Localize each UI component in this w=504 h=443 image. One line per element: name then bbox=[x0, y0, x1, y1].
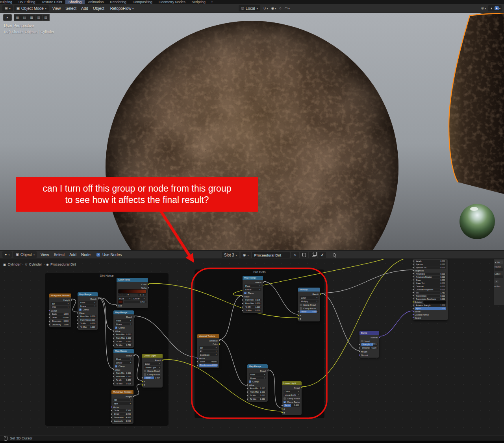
map-range-5-node[interactable]: Map RangeResultFloat▾Linear▾✓ClampValueF… bbox=[247, 364, 268, 402]
dropdown-linear[interactable]: Linear▾ bbox=[115, 361, 132, 364]
editor-type-button[interactable]: ● ▾ bbox=[2, 251, 12, 258]
tab-sculpting[interactable]: Sculpting bbox=[0, 0, 15, 4]
editor-type-button[interactable]: ⊞ ▾ bbox=[2, 5, 13, 11]
slider-to-max[interactable]: To Max0.000 bbox=[244, 309, 261, 312]
transform-orientation-select[interactable]: ◎ Local ▾ bbox=[239, 5, 260, 11]
socket-icon[interactable] bbox=[412, 304, 414, 306]
snap-target-select[interactable]: ◉ ▾ bbox=[271, 6, 276, 10]
dropdown-color[interactable]: Color▾ bbox=[144, 362, 161, 365]
slider-scale[interactable]: Scale1.000 bbox=[51, 313, 70, 316]
node-header[interactable]: Map Range bbox=[113, 349, 134, 353]
socket-icon[interactable] bbox=[48, 320, 50, 322]
dropdown-rgb[interactable]: RGB▾ bbox=[118, 297, 132, 300]
dropdown-3d[interactable]: 3D▾ bbox=[51, 302, 70, 305]
dropdown-3d[interactable]: 3D▾ bbox=[199, 346, 218, 349]
socket-icon[interactable] bbox=[301, 387, 303, 389]
material-browse-select[interactable]: ◉ ▾ bbox=[241, 252, 251, 258]
socket-icon[interactable] bbox=[77, 319, 79, 321]
dropdown-float[interactable]: Float▾ bbox=[249, 373, 266, 376]
dropdown-color[interactable]: Color▾ bbox=[300, 296, 319, 299]
tab-texture-paint[interactable]: Texture Paint bbox=[39, 0, 66, 4]
socket-icon[interactable] bbox=[412, 301, 414, 303]
material-name-field[interactable]: Proceedural Dirt bbox=[252, 252, 290, 258]
socket-icon[interactable] bbox=[359, 354, 361, 356]
breadcrumb-object[interactable]: Cylinder bbox=[8, 262, 21, 266]
socket-icon[interactable] bbox=[267, 370, 269, 372]
socket-icon[interactable] bbox=[113, 379, 115, 381]
socket-icon[interactable] bbox=[113, 383, 115, 385]
socket-icon[interactable] bbox=[113, 337, 115, 339]
socket-icon[interactable] bbox=[219, 343, 220, 345]
slider-from-max[interactable]: From Max0.200 bbox=[244, 302, 261, 305]
socket-icon[interactable] bbox=[412, 292, 414, 293]
menu-view[interactable]: View bbox=[50, 6, 63, 11]
socket-icon[interactable] bbox=[141, 380, 143, 382]
socket-icon[interactable] bbox=[412, 317, 414, 319]
dropdown-linear[interactable]: Linear▾ bbox=[249, 377, 266, 379]
socket-icon[interactable] bbox=[246, 388, 248, 389]
tab-shading[interactable]: Shading bbox=[65, 0, 85, 4]
socket-icon[interactable] bbox=[242, 303, 244, 305]
sidebar-section-header[interactable]: ▾ No bbox=[495, 260, 503, 264]
socket-icon[interactable] bbox=[242, 295, 244, 297]
socket-icon[interactable] bbox=[319, 293, 321, 295]
socket-icon[interactable] bbox=[113, 372, 115, 374]
slider-anisotropic-rotation[interactable]: Anisotropic Rotation0.000 bbox=[415, 276, 446, 279]
slider-metallic[interactable]: Metallic0.000 bbox=[415, 260, 446, 263]
slider-to-min[interactable]: To Min0.250 bbox=[115, 340, 132, 343]
slider-factor[interactable]: Factor0.900 bbox=[300, 310, 319, 313]
slider-strength[interactable]: Strength0.713 bbox=[361, 343, 378, 346]
menu-retopoflow[interactable]: RetopoFlow ▾ bbox=[108, 6, 136, 11]
slider-lacunarity[interactable]: Lacunarity2.000 bbox=[51, 323, 70, 326]
map-range-2-node[interactable]: Map RangeResultFloat▾Linear▾✓ClampValueF… bbox=[113, 310, 134, 348]
color-field-emission[interactable] bbox=[423, 301, 446, 304]
shader-node-editor[interactable]: Dirt NoiseDirt Dots Musgrave TextureHeig… bbox=[0, 259, 504, 436]
socket-icon[interactable] bbox=[111, 410, 113, 412]
dropdown-linear-light[interactable]: Linear Light▾ bbox=[284, 393, 300, 396]
editor-sidebar-panel[interactable]: ▾ No Name Label › ▸ Pro bbox=[493, 259, 504, 305]
slider-distance[interactable]: Distance0.100 bbox=[361, 347, 378, 349]
slider-from-max[interactable]: From Max1.000 bbox=[115, 375, 132, 378]
node-header[interactable]: Linear Light bbox=[282, 381, 302, 385]
checkbox-clamp-factor[interactable]: ✓ bbox=[284, 401, 286, 403]
menu-object[interactable]: Object bbox=[91, 6, 107, 11]
slider-dimension[interactable]: Dimension4.000 bbox=[113, 416, 132, 419]
dropdown-float[interactable]: Float▾ bbox=[244, 284, 261, 287]
slider-sheen-tint[interactable]: Sheen Tint0.000 bbox=[415, 282, 446, 285]
node-header[interactable]: Multiply bbox=[298, 288, 320, 292]
overlays-toggle[interactable]: ⊙ ▾ bbox=[481, 6, 486, 10]
tab-uv-editing[interactable]: UV Editing bbox=[15, 0, 39, 4]
proportional-editing-icon[interactable]: ○ bbox=[279, 6, 281, 10]
slider-dimension[interactable]: Dimension0.000 bbox=[51, 320, 70, 323]
menu-select[interactable]: Select bbox=[63, 6, 79, 11]
socket-icon[interactable] bbox=[196, 364, 198, 366]
slider-transmission[interactable]: Transmission0.000 bbox=[415, 295, 446, 297]
socket-icon[interactable] bbox=[359, 343, 361, 345]
socket-icon[interactable] bbox=[297, 311, 299, 313]
texture-brush-4-icon[interactable]: ▧ bbox=[42, 14, 50, 21]
socket-icon[interactable] bbox=[116, 305, 118, 306]
texture-brush-1-icon[interactable]: ▤ bbox=[21, 14, 28, 21]
menu-node[interactable]: Node bbox=[79, 253, 93, 257]
socket-icon[interactable] bbox=[48, 324, 50, 326]
checkbox-clamp[interactable]: ✓ bbox=[115, 365, 117, 367]
pin-icon[interactable] bbox=[333, 253, 336, 257]
socket-icon[interactable] bbox=[412, 285, 414, 287]
checkbox-clamp[interactable]: ✓ bbox=[79, 308, 82, 311]
socket-icon[interactable] bbox=[281, 408, 283, 410]
slider-from-min[interactable]: From Min0.000 bbox=[79, 315, 96, 318]
menu-select[interactable]: Select bbox=[51, 253, 67, 257]
dropdown-linear[interactable]: Linear▾ bbox=[79, 305, 96, 307]
socket-icon[interactable] bbox=[412, 295, 414, 297]
socket-icon[interactable] bbox=[219, 340, 220, 341]
color-ramp-node[interactable]: ColorRampColorAlpha+−▾◂▸RGB▾Linear▾0.477… bbox=[117, 278, 148, 308]
mix-linear-light-1-node[interactable]: Linear LightResultColor▾Linear Light▾Cla… bbox=[142, 354, 163, 388]
menu-view[interactable]: View bbox=[38, 253, 52, 257]
name-field[interactable] bbox=[495, 268, 503, 271]
ramp-arrow-button[interactable]: ▸ bbox=[143, 293, 146, 296]
slider-clearcoat-roughness[interactable]: Clearcoat Roughness0.000 bbox=[415, 288, 446, 291]
slider-to-min[interactable]: To Min0.000 bbox=[249, 394, 266, 397]
slider-scale[interactable]: Scale74.800 bbox=[199, 360, 218, 363]
socket-icon[interactable] bbox=[412, 263, 414, 265]
mix-multiply-node[interactable]: MultiplyResultColor▾Multiply▾Clamp Resul… bbox=[298, 288, 320, 321]
